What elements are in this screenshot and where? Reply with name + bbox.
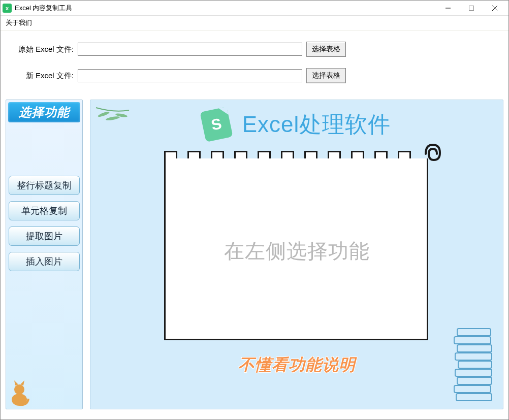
source-file-input[interactable] bbox=[78, 43, 302, 56]
content-area: 选择功能 整行标题复制 单元格复制 提取图片 插入图片 S Excel处理软件 bbox=[1, 100, 508, 414]
close-button[interactable] bbox=[483, 1, 506, 16]
paperclip-icon bbox=[420, 139, 446, 165]
target-file-row: 新 Excel 文件: 选择表格 bbox=[11, 68, 498, 83]
svg-rect-17 bbox=[457, 345, 492, 352]
svg-rect-13 bbox=[457, 377, 492, 384]
svg-rect-11 bbox=[456, 394, 492, 401]
target-file-label: 新 Excel 文件: bbox=[11, 71, 78, 81]
app-icon-letter: x bbox=[6, 5, 9, 11]
sidebar-btn-insert-image[interactable]: 插入图片 bbox=[9, 252, 80, 271]
sidebar-header: 选择功能 bbox=[8, 102, 80, 122]
main-panel: S Excel处理软件 在左侧选择功能 不懂看功能说明 bbox=[90, 100, 503, 409]
target-select-button[interactable]: 选择表格 bbox=[306, 68, 346, 83]
minimize-button[interactable] bbox=[436, 1, 460, 16]
app-icon: x bbox=[3, 4, 12, 13]
excel-doc-icon: S bbox=[200, 107, 233, 142]
main-header: S Excel处理软件 bbox=[90, 100, 503, 140]
sidebar-btn-copy-cell[interactable]: 单元格复制 bbox=[9, 201, 80, 220]
window-title: Excel 内容复制工具 bbox=[15, 4, 436, 13]
source-file-label: 原始 Excel 文件: bbox=[11, 45, 78, 54]
menu-about[interactable]: 关于我们 bbox=[4, 17, 34, 28]
sidebar-btn-copy-row[interactable]: 整行标题复制 bbox=[9, 176, 80, 195]
source-file-row: 原始 Excel 文件: 选择表格 bbox=[11, 42, 498, 57]
maximize-button[interactable] bbox=[460, 1, 483, 16]
window-controls bbox=[436, 1, 506, 16]
books-icon bbox=[447, 328, 498, 404]
file-section: 原始 Excel 文件: 选择表格 新 Excel 文件: 选择表格 bbox=[1, 30, 508, 100]
svg-rect-18 bbox=[454, 337, 491, 344]
hint-text: 不懂看功能说明 bbox=[90, 354, 503, 376]
leaves-icon bbox=[93, 105, 134, 136]
svg-point-8 bbox=[98, 111, 110, 118]
source-select-button[interactable]: 选择表格 bbox=[306, 42, 346, 57]
svg-marker-7 bbox=[20, 380, 24, 385]
excel-doc-icon-letter: S bbox=[209, 115, 223, 134]
sidebar-buttons: 整行标题复制 单元格复制 提取图片 插入图片 bbox=[8, 176, 80, 271]
main-title: Excel处理软件 bbox=[242, 110, 391, 140]
svg-rect-12 bbox=[454, 385, 491, 393]
svg-rect-14 bbox=[455, 369, 492, 376]
svg-rect-15 bbox=[458, 361, 492, 368]
cat-icon bbox=[8, 379, 30, 407]
titlebar: x Excel 内容复制工具 bbox=[1, 1, 508, 16]
target-file-input[interactable] bbox=[78, 69, 302, 82]
sidebar: 选择功能 整行标题复制 单元格复制 提取图片 插入图片 bbox=[6, 100, 83, 409]
svg-rect-1 bbox=[469, 6, 474, 10]
svg-point-5 bbox=[14, 384, 24, 395]
svg-marker-6 bbox=[14, 380, 18, 385]
svg-rect-19 bbox=[457, 329, 491, 336]
svg-point-9 bbox=[106, 116, 120, 121]
sidebar-btn-extract-image[interactable]: 提取图片 bbox=[9, 227, 80, 246]
placeholder-text: 在左侧选择功能 bbox=[90, 237, 503, 265]
svg-rect-16 bbox=[455, 353, 492, 360]
menubar: 关于我们 bbox=[1, 16, 508, 30]
